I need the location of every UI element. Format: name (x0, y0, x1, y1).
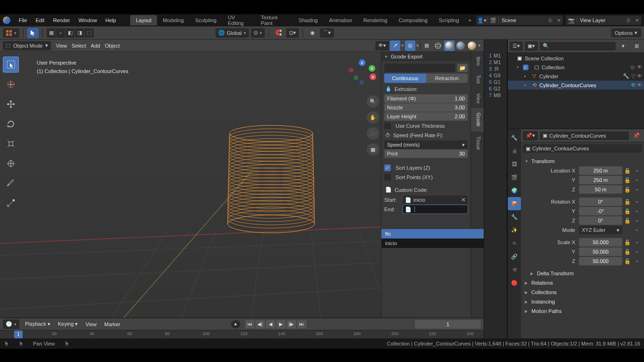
orientation-selector[interactable]: 🌐 Global ▾ (215, 28, 249, 38)
ptab-world[interactable]: 🌍 (508, 184, 521, 197)
outliner-search[interactable]: 🔍 (540, 42, 616, 50)
speed-mode-selector[interactable]: Speed (mm/s)▾ (384, 140, 468, 149)
select-subtract-button[interactable]: ▫ (56, 28, 66, 38)
playhead[interactable]: 1 (14, 330, 23, 338)
wireframe-shading[interactable] (433, 41, 443, 51)
retraction-toggle[interactable]: Retraction (426, 74, 468, 83)
perspective-button[interactable]: ▦ (367, 143, 379, 156)
scene-name-input[interactable] (499, 16, 546, 24)
modifier-icon[interactable]: 🔧 (623, 73, 629, 79)
viewlayer-delete-button[interactable]: ✕ (633, 17, 641, 24)
scene-collection-row[interactable]: ▣Scene Collection (508, 54, 644, 63)
ptab-constraints[interactable]: 🔗 (508, 250, 521, 263)
tab-animation[interactable]: Animation (323, 15, 358, 25)
overlay-toggle[interactable]: ◎ (405, 41, 415, 51)
select-box-tool[interactable] (3, 57, 19, 73)
marker-menu[interactable]: Marker (102, 321, 122, 328)
play-reverse-button[interactable]: ◀ (266, 320, 275, 329)
viewlayer-selector[interactable]: 📷 ⎘ ✕ (566, 16, 641, 25)
continuous-toggle[interactable]: Continuous (384, 74, 426, 83)
layerheight-field[interactable]: Layer Height2.00 (384, 112, 468, 121)
ntab-gcode[interactable]: Gcode (471, 108, 484, 131)
dropdown-option-inicio[interactable]: inicio (381, 239, 484, 248)
ptab-modifiers[interactable]: 🔧 (508, 210, 521, 223)
scale-tool[interactable] (3, 136, 19, 152)
ntab-item[interactable]: Item (471, 52, 484, 70)
eye-icon[interactable]: 👁 (637, 82, 642, 88)
select-extend-button[interactable]: ▦ (47, 28, 56, 38)
add-menu[interactable]: Add (91, 43, 100, 49)
object-menu[interactable]: Object (105, 43, 120, 49)
ntab-view[interactable]: View (471, 89, 484, 108)
sort-xy-checkbox[interactable] (384, 174, 391, 181)
select-intersect-button[interactable]: ◨ (75, 28, 84, 38)
keying-menu[interactable]: Keying ▾ (56, 320, 80, 328)
eye-icon[interactable]: 👁 (637, 64, 642, 70)
end-code-selector[interactable]: 📄 (403, 205, 468, 214)
viewlayer-name-input[interactable] (577, 16, 624, 24)
axis-x-icon[interactable]: X (370, 74, 376, 80)
outliner-new-button[interactable]: ⊞ (631, 41, 642, 51)
ptab-viewlayer[interactable]: 🖼 (508, 157, 521, 171)
rotation-mode-selector[interactable]: XYZ Euler▾ (579, 226, 622, 234)
menu-file[interactable]: File (15, 16, 31, 25)
cylinder-row[interactable]: ▸▽Cylinder🔧▽👁 (508, 72, 644, 81)
ptab-physics[interactable]: ⚛ (508, 237, 521, 250)
ptab-output[interactable]: 🖨 (508, 144, 521, 157)
transform-panel-header[interactable]: ▼Transform (521, 156, 644, 166)
tab-layout[interactable]: Layout (130, 15, 157, 25)
timeline-ruler[interactable]: 1 20 40 60 80 100 120 140 160 180 200 22… (0, 330, 484, 338)
current-frame-field[interactable]: 1 (415, 320, 481, 329)
play-button[interactable]: ▶ (276, 320, 286, 329)
motion-paths-header[interactable]: ▶Motion Paths (521, 306, 644, 316)
tab-shading[interactable]: Shading (293, 15, 323, 25)
snap-target-selector[interactable]: ⊡▾ (286, 28, 299, 38)
tab-compositing[interactable]: Compositing (393, 15, 433, 25)
filament-field[interactable]: Filament (Φ)1.00 (384, 94, 468, 103)
rotate-tool[interactable] (3, 116, 19, 132)
tab-modeling[interactable]: Modeling (157, 15, 190, 25)
lock-icon[interactable]: 🔓 (623, 166, 632, 175)
timeline-editor-selector[interactable]: 🕐▾ (3, 320, 19, 329)
xray-toggle[interactable]: ▦ (421, 41, 432, 51)
tab-sculpting[interactable]: Sculpting (190, 15, 222, 25)
viewlayer-new-button[interactable]: ⎘ (624, 17, 633, 23)
ptab-particles[interactable]: ✨ (508, 223, 521, 237)
loc-z-field[interactable]: 50 m (579, 185, 622, 194)
tab-rendering[interactable]: Rendering (358, 15, 393, 25)
menu-edit[interactable]: Edit (32, 16, 48, 25)
proportional-falloff[interactable]: ⌒▾ (320, 28, 334, 38)
playback-menu[interactable]: Playback ▾ (23, 320, 52, 328)
scene-new-button[interactable]: ⎘ (546, 17, 554, 23)
solid-shading[interactable] (444, 41, 454, 51)
jump-start-button[interactable]: ⏮ (245, 320, 255, 329)
loc-y-field[interactable]: 250 m (579, 176, 622, 184)
select-menu[interactable]: Select (72, 43, 86, 49)
ntab-tissue[interactable]: Tissue (471, 132, 484, 155)
zoom-button[interactable]: 🔍 (367, 95, 379, 107)
file-path-input[interactable] (384, 64, 455, 72)
select-invert-button[interactable]: ◧ (66, 28, 75, 38)
pan-button[interactable]: ✋ (367, 111, 379, 123)
camera-button[interactable]: 🎥 (367, 127, 379, 140)
dropdown-option-fin[interactable]: finI (381, 229, 484, 239)
material-shading[interactable] (455, 41, 466, 51)
select-new-button[interactable]: ⬚ (84, 28, 94, 38)
ptab-render[interactable]: 🔧 (508, 131, 521, 144)
menu-window[interactable]: Window (74, 16, 100, 25)
autokey-button[interactable]: ● (231, 320, 240, 329)
measure-tool[interactable] (3, 195, 19, 211)
loc-x-field[interactable]: 250 m (579, 166, 622, 175)
scale-x-field[interactable]: 50.000 (579, 238, 622, 247)
breadcrumb-2[interactable]: ▣Cylinder_ContourCurves (523, 144, 642, 153)
jump-end-button[interactable]: ⏭ (297, 320, 306, 329)
outliner-filter-button[interactable]: ▾ (618, 41, 629, 51)
move-tool[interactable] (3, 96, 19, 112)
breadcrumb-1[interactable]: ▣Cylinder_ContourCurves (540, 132, 629, 140)
eye-icon[interactable]: 👁 (637, 73, 642, 79)
curve-data-icon[interactable]: ⟲ (631, 82, 635, 88)
ptab-object[interactable]: 📦 (508, 197, 521, 210)
clear-start-button[interactable]: ✕ (461, 197, 466, 203)
axis-y-icon[interactable]: Y (369, 65, 375, 72)
view-menu[interactable]: View (56, 43, 67, 49)
